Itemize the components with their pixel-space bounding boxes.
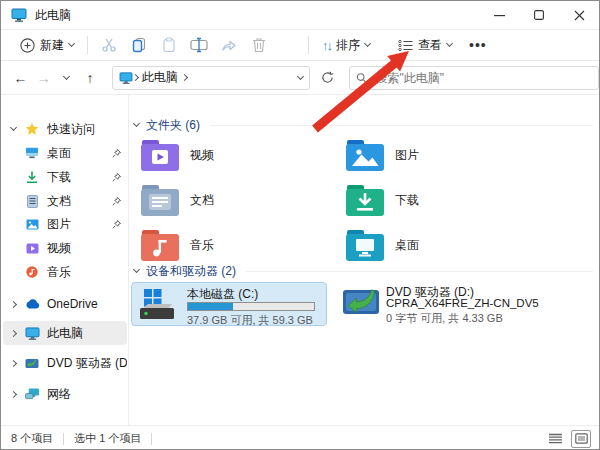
dvd-drive-icon	[25, 358, 39, 369]
up-button[interactable]: ↑	[79, 66, 102, 90]
star-icon	[25, 122, 39, 136]
folder-tile-documents[interactable]: 文档	[138, 180, 338, 220]
cut-icon	[101, 37, 117, 53]
sidebar-item-label: OneDrive	[47, 297, 127, 311]
folder-tile-videos[interactable]: 视频	[138, 135, 338, 175]
folder-tile-downloads[interactable]: 下载	[343, 180, 543, 220]
this-pc-monitor-icon	[119, 72, 133, 84]
details-view-button[interactable]	[545, 430, 565, 448]
document-icon	[27, 195, 38, 208]
section-header-label: 设备和驱动器 (2)	[146, 263, 236, 280]
copy-button[interactable]	[124, 33, 154, 57]
sidebar-item-label: 图片	[47, 216, 112, 233]
folder-tile-pictures[interactable]: 图片	[343, 135, 543, 175]
search-input[interactable]	[373, 70, 592, 86]
section-divider	[210, 125, 593, 126]
rename-icon	[190, 37, 208, 53]
drive-free-space: 0 字节 可用, 共 4.33 GB	[386, 311, 503, 326]
chevron-right-icon	[9, 329, 16, 336]
sidebar-item-network[interactable]: 网络	[3, 382, 127, 406]
folder-label: 桌面	[395, 237, 419, 254]
music-icon	[26, 266, 38, 278]
close-button[interactable]	[559, 1, 599, 29]
folder-label: 视频	[190, 147, 214, 164]
sidebar-item-onedrive[interactable]: OneDrive	[3, 292, 127, 316]
forward-button[interactable]: →	[32, 66, 55, 90]
downloads-folder-icon	[345, 184, 385, 217]
breadcrumb-item[interactable]: 此电脑	[142, 69, 178, 86]
folder-tile-music[interactable]: 音乐	[138, 225, 338, 265]
paste-button[interactable]	[154, 33, 184, 57]
history-dropdown-button[interactable]	[55, 66, 78, 90]
sidebar-item-label: 快速访问	[47, 121, 127, 138]
chevron-down-icon	[446, 40, 453, 47]
pin-icon	[112, 149, 121, 158]
drive-free-space: 37.9 GB 可用, 共 59.3 GB	[187, 313, 313, 328]
sidebar-item-desktop[interactable]: 桌面	[3, 141, 127, 165]
sidebar-item-label: 此电脑	[47, 325, 127, 342]
refresh-button[interactable]	[316, 66, 339, 90]
chevron-down-icon	[133, 120, 140, 127]
sort-button-label: 排序	[336, 37, 360, 54]
sort-button[interactable]: ↑↓ 排序	[315, 33, 377, 58]
minimize-icon	[494, 10, 505, 21]
search-box	[349, 66, 599, 90]
large-icons-view-icon	[575, 433, 588, 444]
trash-icon	[252, 37, 266, 53]
folder-label: 下载	[395, 192, 419, 209]
download-icon	[26, 171, 38, 184]
folder-label: 文档	[190, 192, 214, 209]
sidebar-item-videos[interactable]: 视频	[3, 236, 127, 260]
sidebar-item-pictures[interactable]: 图片	[3, 212, 127, 236]
sidebar-item-label: 下载	[47, 169, 112, 186]
cut-button[interactable]	[94, 33, 124, 57]
this-pc-monitor-icon	[11, 8, 27, 22]
rename-button[interactable]	[184, 33, 214, 57]
navigation-pane: 快速访问 桌面 下载 文档 图片 视频	[1, 95, 129, 425]
drive-volume-label: CPRA_X64FRE_ZH-CN_DV5	[386, 297, 539, 309]
chevron-right-icon	[9, 300, 16, 307]
chevron-right-icon	[132, 74, 139, 81]
share-icon	[221, 37, 237, 53]
sidebar-item-documents[interactable]: 文档	[3, 189, 127, 213]
sidebar-item-quick-access[interactable]: 快速访问	[3, 117, 127, 141]
sidebar-item-dvd-drive[interactable]: DVD 驱动器 (D:) CPRA_X64FRE_ZH-CN_DV5	[3, 351, 127, 375]
drive-tile-dvd-d[interactable]: DVD 驱动器 (D:) CPRA_X64FRE_ZH-CN_DV5 0 字节 …	[336, 284, 566, 328]
folder-tile-desktop[interactable]: 桌面	[343, 225, 543, 265]
sidebar-item-label: 桌面	[47, 145, 112, 162]
share-button[interactable]	[214, 33, 244, 57]
status-divider	[63, 433, 64, 445]
more-options-button[interactable]: •••	[469, 37, 487, 53]
address-dropdown-icon[interactable]	[297, 72, 304, 79]
chevron-down-icon	[68, 40, 75, 47]
breadcrumb[interactable]: 此电脑	[112, 66, 310, 90]
maximize-button[interactable]	[519, 1, 559, 29]
chevron-right-icon	[9, 390, 16, 397]
toolbar-separator	[308, 36, 309, 54]
view-list-icon	[398, 39, 413, 52]
title-bar: 此电脑	[1, 1, 599, 29]
sidebar-item-downloads[interactable]: 下载	[3, 165, 127, 189]
sidebar-item-music[interactable]: 音乐	[3, 260, 127, 284]
paste-icon	[161, 37, 177, 53]
new-button[interactable]: 新建	[13, 33, 81, 58]
back-button[interactable]: ←	[9, 66, 32, 90]
sidebar-item-label: 音乐	[47, 264, 127, 281]
sidebar-item-this-pc[interactable]: 此电脑	[3, 321, 127, 345]
onedrive-cloud-icon	[25, 299, 40, 309]
address-bar: ← → ↑ 此电脑	[1, 61, 599, 95]
devices-section-header[interactable]: 设备和驱动器 (2)	[134, 262, 593, 280]
sort-arrows-icon: ↑↓	[322, 38, 331, 53]
view-button[interactable]: 查看	[391, 33, 459, 58]
minimize-button[interactable]	[479, 1, 519, 29]
local-disk-icon	[138, 289, 178, 321]
sidebar-item-label: DVD 驱动器 (D:) CPRA_X64FRE_ZH-CN_DV5	[47, 355, 127, 372]
folders-section-header[interactable]: 文件夹 (6)	[134, 116, 593, 134]
view-button-label: 查看	[418, 37, 442, 54]
chevron-down-icon	[133, 266, 140, 273]
drive-tile-local-disk-c[interactable]: 本地磁盘 (C:) 37.9 GB 可用, 共 59.3 GB	[131, 282, 327, 326]
large-icons-view-button[interactable]	[571, 430, 591, 448]
videos-folder-icon	[140, 139, 180, 172]
delete-button[interactable]	[244, 33, 274, 57]
pin-icon	[112, 197, 121, 206]
